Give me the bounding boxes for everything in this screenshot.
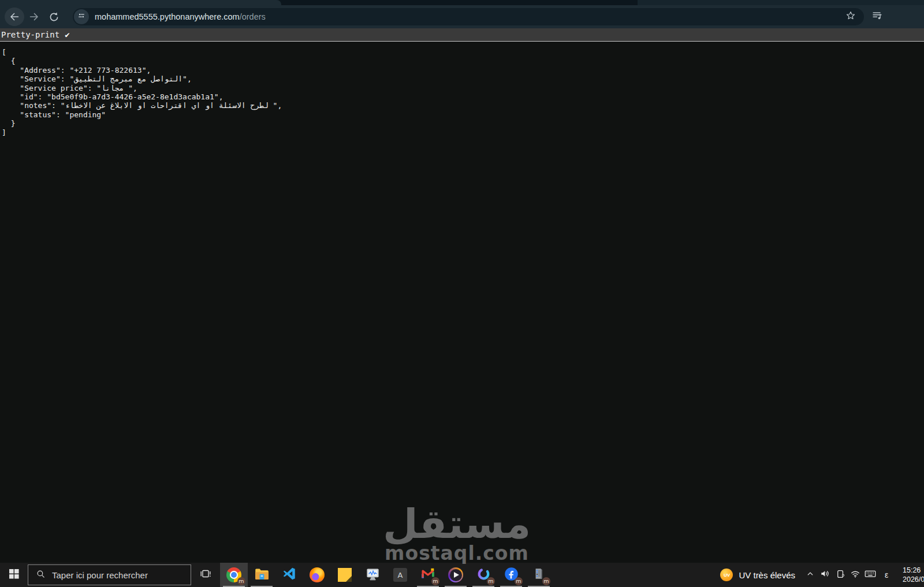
phone-link-icon <box>835 569 846 582</box>
start-button[interactable] <box>0 563 28 587</box>
json-line-address: "Address": "+212 773-822613", <box>2 66 924 75</box>
taskbar-app-performance-monitor[interactable] <box>359 563 386 587</box>
url-path: /orders <box>240 12 266 21</box>
forward-button[interactable] <box>24 8 44 26</box>
profile-badge: m <box>515 577 523 585</box>
taskbar-app-sticky-notes[interactable] <box>331 563 359 587</box>
reload-button[interactable] <box>44 8 64 26</box>
performance-monitor-icon <box>365 566 381 584</box>
pretty-print-bar: Pretty-print ✔ <box>0 28 924 42</box>
taskbar-app-vscode[interactable] <box>275 563 303 587</box>
profile-badge: m <box>431 577 439 585</box>
uv-index-icon: UV <box>720 569 733 581</box>
taskbar-app-c-gradient[interactable]: m <box>470 563 497 587</box>
json-line: [ <box>2 48 924 57</box>
json-line-service: "Service": "التواصل مع مبرمج التطبيق", <box>2 75 924 83</box>
taskbar-app-a[interactable]: A <box>386 563 414 587</box>
forward-arrow-icon <box>28 10 40 23</box>
search-icon <box>36 569 46 581</box>
chevron-up-icon <box>805 569 815 581</box>
windows-logo-icon <box>9 569 19 581</box>
volume-button[interactable] <box>818 563 833 587</box>
json-line: } <box>2 119 924 128</box>
language-indicator[interactable]: ε <box>878 570 895 579</box>
json-line: ] <box>2 128 924 137</box>
json-viewer: [ { "Address": "+212 773-822613", "Servi… <box>0 42 924 563</box>
speaker-icon <box>819 568 831 582</box>
address-bar[interactable]: mohammed5555.pythonanywhere.com/orders <box>73 8 864 25</box>
back-button[interactable] <box>5 8 24 26</box>
browser-toolbar: mohammed5555.pythonanywhere.com/orders <box>0 5 924 28</box>
clock-date: 2026/04/ <box>903 575 924 584</box>
json-line-notes: "notes": "لطرح الاسئلة او اي اقتراحات او… <box>2 101 924 110</box>
touch-keyboard-button[interactable] <box>863 563 878 587</box>
system-tray: UV UV très élevés <box>713 563 924 587</box>
screen: { "browser": { "url": { "domain": "moham… <box>0 0 924 587</box>
wifi-button[interactable] <box>848 563 863 587</box>
site-settings-button[interactable] <box>74 9 89 24</box>
search-placeholder: Taper ici pour rechercher <box>52 570 148 580</box>
media-player-icon <box>448 567 463 582</box>
json-line-id: "id": "bd5e0f9b-a7d3-4426-a5e2-8e1d3acab… <box>2 92 924 101</box>
file-explorer-icon <box>254 566 270 584</box>
firefox-icon <box>310 567 325 582</box>
json-line: { <box>2 57 924 65</box>
media-controls-icon <box>871 9 884 24</box>
back-arrow-icon <box>8 10 21 23</box>
url-domain: mohammed5555.pythonanywhere.com <box>95 12 240 21</box>
pretty-print-checkbox[interactable]: ✔ <box>65 30 69 39</box>
json-line-service-price: "Service price": "مجانا ", <box>2 84 924 92</box>
site-controls-icon <box>76 10 87 23</box>
media-controls-button[interactable] <box>869 8 886 25</box>
tray-overflow-button[interactable] <box>803 563 818 587</box>
taskbar-app-firefox[interactable] <box>303 563 331 587</box>
wifi-icon <box>850 568 861 582</box>
pretty-print-label: Pretty-print <box>1 30 59 39</box>
taskbar-app-chrome[interactable]: m <box>220 563 248 587</box>
clock-time: 15:26 <box>903 566 924 575</box>
tab-strip <box>0 0 924 5</box>
phone-link-button[interactable] <box>833 563 848 587</box>
bookmark-button[interactable] <box>843 9 858 24</box>
task-view-icon <box>199 567 212 582</box>
star-icon <box>845 10 856 24</box>
keyboard-icon <box>864 567 877 582</box>
weather-uv-widget[interactable]: UV UV très élevés <box>713 563 803 587</box>
json-line-status: "status": "pending" <box>2 110 924 119</box>
taskbar-app-file-explorer[interactable] <box>248 563 275 587</box>
profile-badge: m <box>487 577 495 585</box>
task-view-button[interactable] <box>191 563 220 587</box>
vscode-icon <box>282 566 297 584</box>
taskbar-app-blue-circle[interactable]: m <box>497 563 525 587</box>
profile-badge: m <box>237 577 245 585</box>
url-text: mohammed5555.pythonanywhere.com/orders <box>95 12 266 21</box>
active-tab[interactable] <box>0 0 281 5</box>
a-app-icon: A <box>393 568 407 582</box>
taskbar: Taper ici pour rechercher m <box>0 563 924 587</box>
taskbar-app-media-player[interactable] <box>442 563 470 587</box>
taskbar-search-box[interactable]: Taper ici pour rechercher <box>28 564 191 585</box>
reload-icon <box>48 11 60 23</box>
uv-label: UV très élevés <box>739 570 795 580</box>
tab-strip-right-segment <box>638 0 924 5</box>
taskbar-app-gmail[interactable]: m <box>414 563 442 587</box>
taskbar-app-server[interactable]: m <box>525 563 553 587</box>
sticky-notes-icon <box>338 568 352 582</box>
profile-badge: m <box>542 577 550 585</box>
taskbar-clock[interactable]: 15:26 2026/04/ <box>903 566 924 584</box>
